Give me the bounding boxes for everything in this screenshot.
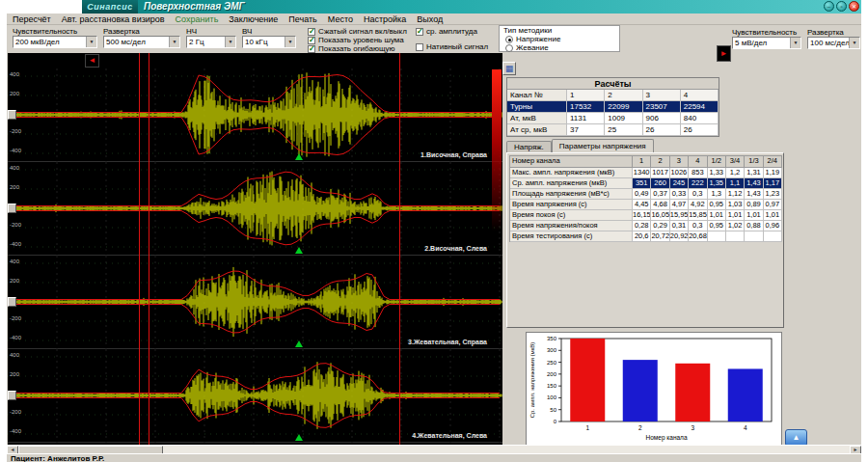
- chevron-down-icon[interactable]: ▼: [86, 37, 96, 47]
- cursor-line[interactable]: [139, 53, 140, 445]
- grid-tool-button[interactable]: ▦: [502, 62, 516, 75]
- row-label: Канал №: [507, 90, 567, 101]
- close-button[interactable]: ✕: [849, 1, 859, 12]
- column-header[interactable]: 1/3: [745, 156, 763, 168]
- low-freq-select[interactable]: 2 Гц ▼: [186, 36, 236, 48]
- row-label: Макс. ампл. напряжения (мкВ): [510, 168, 633, 178]
- cell: 906: [643, 113, 681, 124]
- menu-item[interactable]: Выход: [417, 14, 443, 24]
- checkbox-option[interactable]: Показать огибающую: [308, 44, 407, 53]
- radio-option[interactable]: Напряжение: [505, 35, 560, 43]
- cell: 1,23: [764, 189, 782, 200]
- checkbox-checked[interactable]: [308, 28, 315, 36]
- calc-table-row[interactable]: Ат ср, мкВ37252626: [507, 124, 719, 136]
- chevron-down-icon[interactable]: ▼: [225, 37, 235, 47]
- radio-option[interactable]: Жевание: [505, 43, 560, 52]
- horizontal-scrollbar[interactable]: ◄ ►: [7, 445, 861, 453]
- checkbox-unchecked[interactable]: [416, 43, 423, 51]
- params-table-row[interactable]: Ср. ампл. напряжения (мкВ)3512602452221,…: [510, 178, 782, 189]
- x-axis-label: Номер канала: [645, 434, 687, 442]
- marker-triangle-icon[interactable]: [295, 247, 303, 254]
- params-table-row[interactable]: Время напряжения/покоя0,280,290,310,30,9…: [510, 221, 782, 231]
- chevron-down-icon[interactable]: ▼: [790, 38, 800, 48]
- checkbox-label: Сжатый сигнал вкл/выкл: [318, 27, 407, 36]
- amplitude-tick: -400: [10, 335, 21, 340]
- menu-item[interactable]: Заключение: [229, 14, 278, 24]
- cell: 15,95: [670, 210, 689, 221]
- scroll-right-button[interactable]: ►: [717, 45, 731, 62]
- high-freq-label: ВЧ: [242, 27, 252, 36]
- menu-item[interactable]: Сохранить: [176, 14, 219, 24]
- menu-item[interactable]: Место: [328, 14, 353, 24]
- checkbox-option[interactable]: Нативный сигнал: [416, 42, 488, 51]
- channel-zero-handle[interactable]: [8, 204, 16, 213]
- checkbox-option[interactable]: ср. амплитуда: [416, 27, 488, 36]
- menu-item[interactable]: Печать: [288, 14, 316, 24]
- sweep-select[interactable]: 500 мс/дел ▼: [103, 36, 180, 48]
- cell: 1,03: [726, 200, 745, 210]
- chevron-down-icon[interactable]: ▼: [849, 38, 859, 48]
- cell: 1,01: [745, 210, 763, 221]
- calc-table-row[interactable]: Турны17532220992350722594: [507, 101, 719, 113]
- cell: 2: [605, 90, 642, 101]
- checkbox-checked[interactable]: [308, 45, 315, 53]
- column-header[interactable]: 1/2: [708, 156, 726, 168]
- column-header[interactable]: 2/4: [764, 156, 782, 168]
- cell: 0,31: [670, 221, 689, 231]
- column-header[interactable]: 1: [633, 156, 651, 168]
- amplitude-tick: -400: [10, 241, 21, 247]
- channel-zero-handle[interactable]: [8, 110, 16, 120]
- marker-triangle-icon[interactable]: [295, 434, 303, 441]
- calc-table-row[interactable]: Канал №1234: [507, 90, 719, 101]
- row-label: Время тестирования (с): [510, 231, 633, 242]
- amplitude-tick: 400: [10, 258, 19, 264]
- waveform-channels: 400200-200-4001.Височная, Справа400200-2…: [8, 68, 502, 443]
- tab[interactable]: Напряж.: [506, 141, 552, 152]
- window-title: Поверхностная ЭМГ: [144, 0, 245, 14]
- high-freq-select[interactable]: 10 кГц ▼: [242, 36, 296, 48]
- cursor-line[interactable]: [399, 53, 400, 445]
- chevron-down-icon[interactable]: ▼: [285, 37, 295, 47]
- chart-panel: 0501001502002503003501234Номер каналаСр.…: [526, 332, 782, 446]
- checkbox-label: ср. амплитуда: [426, 27, 477, 36]
- params-table: Номер канала12341/23/41/32/4Макс. ампл. …: [509, 155, 782, 242]
- params-table-row[interactable]: Площадь напряжения (мВ*с)0,490,370,330,3…: [510, 189, 782, 200]
- column-header[interactable]: 2: [651, 156, 669, 168]
- channel-zero-handle[interactable]: [8, 391, 16, 400]
- calc-table-row[interactable]: Ат, мкВ11311009906840: [507, 113, 719, 124]
- params-table-row[interactable]: Макс. ампл. напряжения (мкВ)134010171026…: [510, 168, 782, 178]
- scroll-left-button[interactable]: ◄: [85, 54, 99, 68]
- chevron-down-icon[interactable]: ▼: [169, 37, 179, 47]
- minimize-button[interactable]: –: [824, 1, 834, 12]
- y-tick-label: 100: [547, 394, 557, 400]
- params-table-row[interactable]: Время тестирования (с)20,620,7220,9220,6…: [510, 231, 782, 242]
- params-table-row[interactable]: Время напряжения (с)4,454,684,974,920,95…: [510, 200, 782, 210]
- marker-triangle-icon[interactable]: [295, 340, 303, 347]
- column-header[interactable]: 3/4: [726, 156, 745, 168]
- sensitivity-select[interactable]: 200 мкВ/дел ▼: [13, 36, 97, 48]
- menu-item[interactable]: Авт. расстановка визиров: [62, 14, 165, 24]
- emg-display: ◄ 400200-200-4001.Височная, Справа400200…: [8, 53, 502, 445]
- low-freq-label: НЧ: [186, 27, 197, 36]
- menu-item[interactable]: Пересчёт: [13, 14, 51, 24]
- params-table-row[interactable]: Время покоя (с)16,1516,0515,9515,851,011…: [510, 210, 782, 221]
- checkbox-option[interactable]: Сжатый сигнал вкл/выкл: [308, 27, 407, 36]
- maximize-button[interactable]: ▫: [836, 1, 847, 12]
- checkbox-checked[interactable]: [416, 28, 423, 36]
- tab[interactable]: Параметры напряжения: [552, 139, 654, 152]
- radio-selected[interactable]: [505, 36, 513, 43]
- cell: 1,02: [726, 221, 745, 231]
- cursor-line[interactable]: [149, 53, 149, 445]
- column-header[interactable]: 4: [689, 156, 707, 168]
- column-header[interactable]: 3: [670, 156, 689, 168]
- right-sweep-select[interactable]: 100 мс/дел ▼: [807, 37, 860, 49]
- checkbox-option[interactable]: Показать уровень шума: [308, 36, 407, 44]
- right-sensitivity-select[interactable]: 5 мВ/дел ▼: [732, 37, 801, 49]
- cell: 840: [681, 113, 719, 124]
- channel-zero-handle[interactable]: [8, 297, 16, 307]
- radio[interactable]: [505, 44, 513, 52]
- menu-item[interactable]: Настройка: [364, 14, 406, 24]
- marker-triangle-icon[interactable]: [295, 153, 303, 160]
- column-header[interactable]: Номер канала: [510, 156, 633, 168]
- checkbox-checked[interactable]: [308, 37, 315, 44]
